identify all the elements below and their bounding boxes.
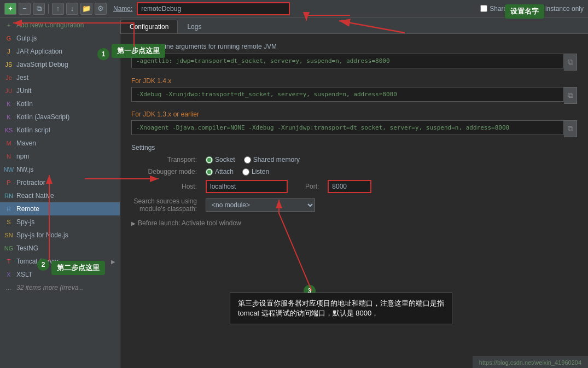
sidebar-item-jar-label: JAR Application [16, 48, 62, 55]
add-new-label: Add New Configuration [16, 21, 84, 29]
toolbar-separator [48, 4, 49, 14]
tab-configuration[interactable]: Configuration [120, 20, 178, 33]
remove-configuration-button[interactable]: − [19, 3, 31, 15]
move-down-button[interactable]: ↓ [66, 3, 78, 15]
tomcat-icon: T [4, 257, 13, 266]
tabs-bar: Configuration Logs [120, 17, 588, 34]
cmd-value-jdk14: -Xdebug -Xrunjdwp:transport=dt_socket, s… [131, 87, 564, 102]
sidebar-item-nwjs[interactable]: NW NW.js [0, 163, 120, 176]
before-launch-section: ▶ Before launch: Activate tool window [131, 219, 577, 227]
sidebar-item-jest[interactable]: Je Jest [0, 71, 120, 84]
sidebar-item-junit-label: JUnit [16, 87, 31, 95]
transport-socket-option[interactable]: Socket [206, 156, 235, 163]
jdk13-label: For JDK 1.3.x or earlier [131, 110, 577, 118]
nwjs-icon: NW [4, 165, 13, 174]
debugger-attach-radio[interactable] [206, 168, 213, 176]
add-configuration-button[interactable]: + [4, 3, 16, 15]
settings-button[interactable]: ⚙ [95, 3, 107, 15]
name-label: Name: [113, 5, 132, 13]
transport-shared-radio[interactable] [244, 156, 251, 163]
sidebar-item-jsdebug-label: JavaScript Debug [16, 61, 68, 68]
jar-icon: J [4, 47, 13, 56]
add-new-icon: + [4, 21, 13, 30]
sidebar-item-kotlin-script[interactable]: KS Kotlin script [0, 124, 120, 137]
debugger-attach-option[interactable]: Attach [206, 168, 234, 176]
jest-icon: Je [4, 73, 13, 82]
spyjs-node-icon: SN [4, 231, 13, 240]
toolbar: + − ⧉ ↑ ↓ 📁 ⚙ Name: Share Single instanc… [0, 0, 588, 17]
move-up-button[interactable]: ↑ [52, 3, 64, 15]
copy-configuration-button[interactable]: ⧉ [33, 3, 45, 15]
folder-button[interactable]: 📁 [80, 3, 92, 15]
sidebar-item-maven[interactable]: M Maven [0, 137, 120, 150]
sidebar-item-gulpjs-label: Gulp.js [16, 34, 37, 42]
debugger-listen-radio[interactable] [242, 168, 249, 176]
port-label: Port: [305, 183, 319, 190]
sidebar-item-protractor[interactable]: P Protractor [0, 176, 120, 189]
step1-circle: 1 [97, 48, 109, 60]
sidebar-item-spyjs[interactable]: S Spy-js [0, 215, 120, 229]
tomcat-arrow-icon: ▶ [111, 259, 115, 265]
copy-cmd-jdk14-button[interactable]: ⧉ [564, 87, 577, 104]
debugger-row: Debugger mode: Attach Listen [131, 168, 577, 176]
debugger-listen-option[interactable]: Listen [242, 168, 269, 176]
sidebar-item-kotlin-label: Kotlin [16, 100, 33, 108]
sidebar-item-spyjs-label: Spy-js [16, 218, 34, 226]
kotlin-script-icon: KS [4, 126, 13, 135]
spyjs-icon: S [4, 218, 13, 226]
sidebar-item-testng[interactable]: NG TestNG [0, 242, 120, 255]
step2-bubble: 第二步点这里 [51, 261, 105, 275]
sidebar-item-junit[interactable]: JU JUnit [0, 84, 120, 97]
sidebar-item-npm-label: npm [16, 153, 29, 160]
sidebar-item-jest-label: Jest [16, 74, 28, 81]
before-launch-triangle-icon: ▶ [131, 220, 136, 226]
port-input[interactable] [328, 180, 371, 193]
share-checkbox-item[interactable]: Share [480, 5, 507, 13]
copy-cmd-jdk13-button[interactable]: ⧉ [564, 120, 577, 137]
share-checkbox[interactable] [480, 5, 487, 12]
settings-section: Settings Transport: Socket Shared memory [131, 144, 577, 213]
cmd-value-jdk13: -Xnoagent -Djava.compiler=NONE -Xdebug -… [131, 120, 564, 135]
sidebar-item-react-native-label: React Native [16, 192, 54, 200]
sidebar-item-kotlin-js-label: Kotlin (JavaScript) [16, 113, 69, 121]
sidebar-item-remote[interactable]: R Remote [0, 202, 120, 215]
sidebar-item-xslt-label: XSLT [16, 271, 32, 278]
junit-icon: JU [4, 86, 13, 95]
transport-socket-radio[interactable] [206, 156, 213, 163]
tab-logs[interactable]: Logs [178, 20, 211, 33]
sidebar-item-npm[interactable]: N npm [0, 150, 120, 163]
debugger-radio-group: Attach Listen [206, 168, 269, 176]
sidebar-item-more[interactable]: … 32 items more (irreva... [0, 281, 120, 294]
sidebar-item-spyjs-node[interactable]: SN Spy-js for Node.js [0, 229, 120, 242]
cmd-row-main: -agentlib: jdwp=transport=dt_socket, ser… [131, 54, 577, 71]
transport-sharedmemory-option[interactable]: Shared memory [244, 156, 300, 163]
debugger-attach-label: Attach [215, 168, 234, 176]
sidebar-item-kotlin-javascript[interactable]: K Kotlin (JavaScript) [0, 110, 120, 124]
host-input[interactable] [206, 180, 288, 193]
sidebar-item-testng-label: TestNG [16, 244, 38, 252]
sidebar-item-kotlin[interactable]: K Kotlin [0, 97, 120, 110]
kotlin-icon: K [4, 100, 13, 108]
cmd-section-title: Command line arguments for running remot… [131, 43, 577, 50]
maven-icon: M [4, 139, 13, 148]
sidebar-item-remote-label: Remote [16, 205, 39, 213]
host-label: Host: [131, 183, 197, 190]
jdk14-label: For JDK 1.4.x [131, 77, 577, 85]
name-input[interactable] [137, 2, 290, 15]
sidebar-item-maven-label: Maven [16, 139, 36, 147]
more-icon: … [4, 283, 13, 292]
add-new-configuration-item[interactable]: + Add New Configuration [0, 19, 120, 32]
testng-icon: NG [4, 244, 13, 253]
transport-label: Transport: [131, 156, 197, 163]
kotlin-js-icon: K [4, 113, 13, 121]
sidebar-item-gulpjs[interactable]: G Gulp.js [0, 32, 120, 45]
js-debug-icon: JS [4, 60, 13, 69]
module-select[interactable]: <no module> [206, 198, 315, 212]
react-native-icon: RN [4, 191, 13, 200]
sidebar-item-react-native[interactable]: RN React Native [0, 189, 120, 202]
copy-cmd-main-button[interactable]: ⧉ [564, 54, 577, 71]
module-row: Search sources using module's classpath:… [131, 197, 577, 213]
debugger-label: Debugger mode: [131, 168, 197, 176]
host-port-row: Host: Port: [131, 180, 577, 193]
cmd-row-jdk13: -Xnoagent -Djava.compiler=NONE -Xdebug -… [131, 120, 577, 137]
